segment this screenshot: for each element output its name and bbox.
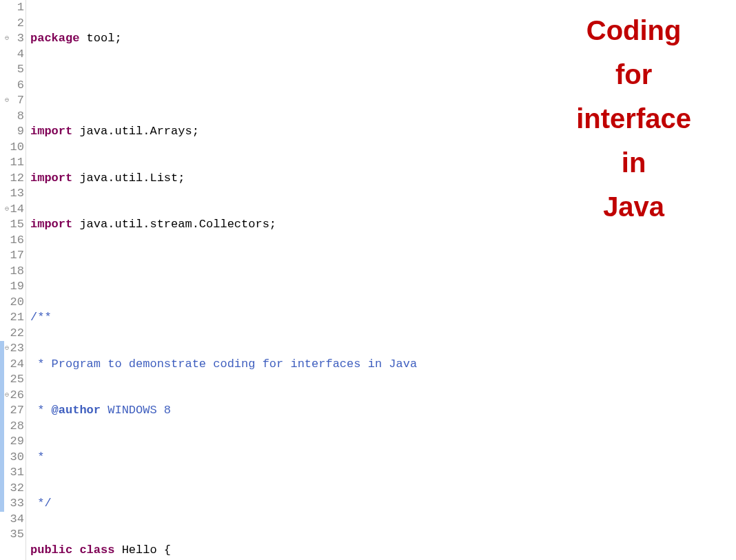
line-number: 1: [0, 0, 24, 16]
line-number: 35: [0, 527, 24, 543]
fold-icon[interactable]: ⊖: [5, 202, 9, 218]
line-number: 13: [0, 186, 24, 202]
line-number: 19: [0, 279, 24, 295]
line-number: 12: [0, 171, 24, 187]
title-overlay: Coding for interface in Java: [576, 8, 691, 229]
line-number: 18: [0, 264, 24, 280]
code-line: */: [30, 496, 736, 512]
line-number: ⊖14: [0, 202, 24, 218]
line-number: 34: [0, 512, 24, 528]
code-line: /**: [30, 310, 736, 326]
fold-icon[interactable]: ⊖: [5, 388, 9, 404]
code-line: public class Hello {: [30, 543, 736, 559]
overlay-line: for: [576, 52, 691, 96]
fold-icon[interactable]: ⊖: [5, 93, 9, 109]
line-number: 21: [0, 310, 24, 326]
code-line: [30, 264, 736, 280]
overlay-line: in: [576, 141, 691, 185]
line-number: 22: [0, 326, 24, 342]
line-number: 5: [0, 62, 24, 78]
overlay-line: Coding: [576, 8, 691, 52]
line-number: 15: [0, 217, 24, 233]
fold-icon[interactable]: ⊖: [5, 31, 9, 47]
line-number: 9: [0, 124, 24, 140]
code-line: * @author WINDOWS 8: [30, 403, 736, 419]
line-number: 16: [0, 233, 24, 249]
line-number: 6: [0, 78, 24, 94]
line-number: ⊖3: [0, 31, 24, 47]
line-number: 2: [0, 16, 24, 32]
code-line: *: [30, 450, 736, 466]
line-number: 11: [0, 155, 24, 171]
line-number: 17: [0, 248, 24, 264]
fold-icon[interactable]: ⊖: [5, 341, 9, 357]
line-number: 20: [0, 295, 24, 311]
overlay-line: interface: [576, 96, 691, 141]
overlay-line: Java: [576, 185, 691, 229]
line-number: 8: [0, 109, 24, 125]
line-number: 4: [0, 47, 24, 63]
line-number: 10: [0, 140, 24, 156]
selection-indicator: [0, 341, 4, 512]
code-line: * Program to demonstrate coding for inte…: [30, 357, 736, 373]
line-number: ⊖7: [0, 93, 24, 109]
